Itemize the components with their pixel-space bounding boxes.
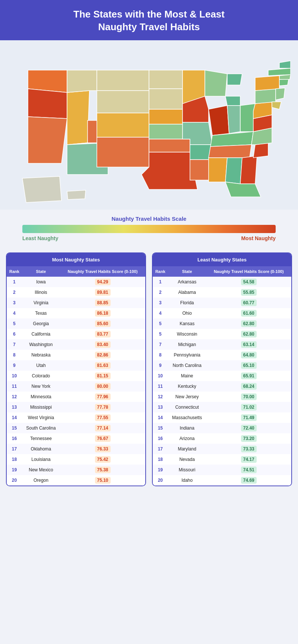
state-cell: Maryland [168, 444, 206, 454]
table-row: 15 South Carolina 77.14 [7, 423, 145, 433]
table-row: 14 West Virginia 77.55 [7, 412, 145, 423]
score-cell: 65.10 [206, 360, 291, 371]
state-cell: Texas [22, 308, 60, 318]
state-cell: Louisiana [22, 454, 60, 465]
svg-marker-31 [209, 158, 227, 182]
most-naughty-label: Most Naughty [241, 235, 276, 241]
state-cell: Tennessee [22, 433, 60, 444]
score-cell: 75.38 [60, 465, 145, 475]
least-naughty-header-row: Rank State Naughty Travel Habits Score (… [153, 266, 291, 277]
least-naughty-col-state: State [168, 266, 206, 277]
tables-section: Most Naughty States Rank State Naughty T… [0, 249, 298, 497]
rank-cell: 7 [153, 339, 168, 350]
table-row: 11 Kentucky 68.24 [153, 381, 291, 392]
score-cell: 60.77 [206, 298, 291, 308]
state-cell: Arkansas [168, 277, 206, 287]
score-cell: 81.15 [60, 371, 145, 381]
rank-cell: 5 [153, 329, 168, 339]
table-row: 16 Arizona 73.20 [153, 433, 291, 444]
state-cell: Washington [22, 339, 60, 350]
table-row: 2 Illinois 89.81 [7, 287, 145, 298]
score-cell: 81.63 [60, 360, 145, 371]
state-cell: West Virginia [22, 412, 60, 423]
svg-marker-14 [149, 109, 183, 124]
svg-marker-6 [97, 70, 149, 91]
score-cell: 61.60 [206, 308, 291, 318]
score-cell: 82.86 [60, 350, 145, 360]
state-cell: Illinois [22, 287, 60, 298]
table-row: 8 Pennsylvania 64.80 [153, 350, 291, 360]
table-row: 3 Virginia 88.85 [7, 298, 145, 308]
score-cell: 54.58 [206, 277, 291, 287]
state-cell: Massachusetts [168, 412, 206, 423]
most-naughty-col-score: Naughty Travel Habits Score (0-100) [60, 266, 145, 277]
table-row: 4 Ohio 61.60 [153, 308, 291, 318]
rank-cell: 10 [153, 371, 168, 381]
most-naughty-header-row: Rank State Naughty Travel Habits Score (… [7, 266, 145, 277]
state-cell: Mississippi [22, 402, 60, 412]
svg-marker-5 [67, 70, 97, 92]
svg-marker-15 [149, 124, 183, 139]
state-cell: Ohio [168, 308, 206, 318]
table-row: 11 New York 80.00 [7, 381, 145, 392]
most-naughty-table: Rank State Naughty Travel Habits Score (… [7, 266, 145, 486]
rank-cell: 15 [7, 423, 22, 433]
table-row: 7 Michigan 63.14 [153, 339, 291, 350]
score-cell: 76.33 [60, 444, 145, 454]
state-cell: Oklahoma [22, 444, 60, 454]
least-naughty-col-rank: Rank [153, 266, 168, 277]
score-cell: 73.20 [206, 433, 291, 444]
state-cell: North Carolina [168, 360, 206, 371]
svg-marker-7 [97, 91, 149, 113]
table-row: 3 Florida 60.77 [153, 298, 291, 308]
score-cell: 62.80 [206, 318, 291, 329]
svg-marker-27 [240, 104, 255, 132]
svg-marker-23 [205, 70, 227, 96]
svg-marker-33 [240, 156, 257, 184]
score-cell: 71.49 [206, 412, 291, 423]
svg-marker-12 [149, 70, 183, 89]
state-cell: Florida [168, 298, 206, 308]
state-cell: Kentucky [168, 381, 206, 392]
rank-cell: 2 [153, 287, 168, 298]
score-cell: 85.60 [60, 318, 145, 329]
rank-cell: 8 [153, 350, 168, 360]
state-cell: Indiana [168, 423, 206, 433]
state-cell: Michigan [168, 339, 206, 350]
score-cell: 68.24 [206, 381, 291, 392]
svg-marker-17 [142, 152, 197, 189]
table-row: 16 Tennessee 76.67 [7, 433, 145, 444]
rank-cell: 6 [7, 329, 22, 339]
rank-cell: 2 [7, 287, 22, 298]
rank-cell: 16 [7, 433, 22, 444]
state-cell: Iowa [22, 277, 60, 287]
score-cell: 74.17 [206, 454, 291, 465]
least-naughty-col-score: Naughty Travel Habits Score (0-100) [206, 266, 291, 277]
rank-cell: 9 [7, 360, 22, 371]
score-cell: 72.40 [206, 423, 291, 433]
table-row: 10 Maine 65.91 [153, 371, 291, 381]
most-naughty-col-rank: Rank [7, 266, 22, 277]
state-cell: Alabama [168, 287, 206, 298]
table-row: 8 Nebraska 82.86 [7, 350, 145, 360]
state-cell: New Jersey [168, 392, 206, 402]
svg-marker-4 [67, 91, 89, 145]
rank-cell: 14 [153, 412, 168, 423]
most-naughty-table-wrapper: Most Naughty States Rank State Naughty T… [6, 252, 146, 486]
svg-marker-16 [149, 139, 190, 152]
svg-marker-10 [97, 113, 149, 137]
least-naughty-table-title: Least Naughty States [153, 253, 291, 266]
score-cell: 76.67 [60, 433, 145, 444]
score-cell: 73.33 [206, 444, 291, 454]
rank-cell: 10 [7, 371, 22, 381]
table-row: 17 Maryland 73.33 [153, 444, 291, 454]
state-cell: Connecticut [168, 402, 206, 412]
table-row: 19 Missouri 74.51 [153, 465, 291, 475]
rank-cell: 20 [7, 475, 22, 486]
rank-cell: 16 [153, 433, 168, 444]
score-cell: 86.18 [60, 308, 145, 318]
table-row: 14 Massachusetts 71.49 [153, 412, 291, 423]
svg-marker-35 [253, 143, 268, 158]
state-cell: Maine [168, 371, 206, 381]
rank-cell: 5 [7, 318, 22, 329]
